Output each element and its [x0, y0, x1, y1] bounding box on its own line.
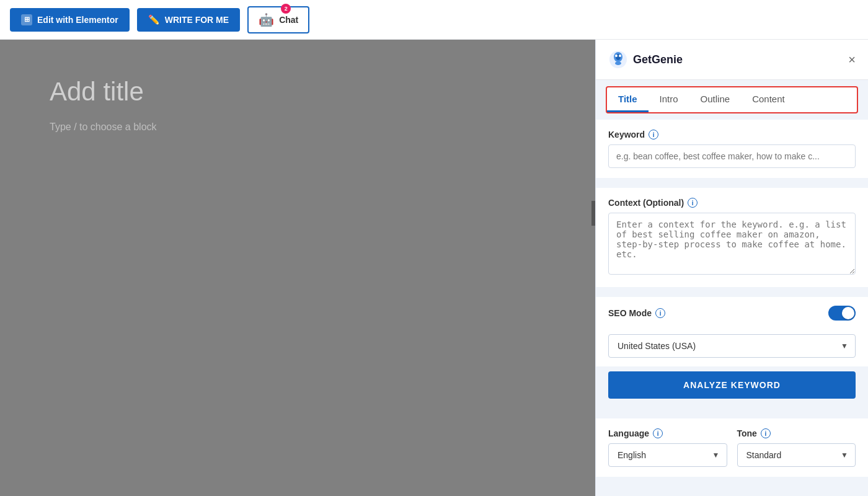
tab-content[interactable]: Content	[741, 87, 796, 112]
svg-point-5	[615, 61, 621, 65]
context-section: Context (Optional) i	[596, 188, 868, 287]
separator-3	[596, 409, 868, 414]
tab-intro[interactable]: Intro	[649, 87, 689, 112]
context-info-icon[interactable]: i	[688, 198, 698, 208]
write-for-me-button[interactable]: ✏️ WRITE FOR ME	[137, 8, 240, 32]
keyword-info-icon[interactable]: i	[649, 130, 658, 140]
keyword-section: Keyword i	[596, 120, 868, 178]
panel-logo: GetGenie	[608, 50, 683, 69]
toggle-knob	[842, 307, 854, 319]
language-tone-section: Language i English Spanish French German…	[596, 418, 868, 477]
tone-column: Tone i Standard Formal Casual Enthusiast…	[737, 428, 856, 467]
editor-title-placeholder: Add title	[50, 77, 546, 107]
close-icon: ×	[848, 53, 856, 66]
tab-outline[interactable]: Outline	[689, 87, 742, 112]
lang-tone-row: Language i English Spanish French German…	[608, 428, 856, 467]
tone-select[interactable]: Standard Formal Casual Enthusiastic Humo…	[737, 443, 856, 467]
keyword-input[interactable]	[608, 144, 856, 168]
seo-mode-toggle[interactable]	[828, 306, 856, 321]
chat-label: Chat	[279, 15, 298, 25]
context-textarea[interactable]	[608, 213, 856, 275]
editor-area[interactable]: Add title Type / to choose a block	[0, 40, 595, 496]
language-column: Language i English Spanish French German…	[608, 428, 727, 467]
panel-logo-text: GetGenie	[633, 53, 683, 66]
tone-label: Tone i	[737, 428, 856, 438]
seo-mode-label: SEO Mode i	[608, 308, 665, 318]
seo-mode-row: SEO Mode i	[596, 297, 868, 329]
analyze-keyword-button[interactable]: ANALYZE KEYWORD	[608, 371, 856, 399]
country-select-wrapper: United States (USA) United Kingdom (UK) …	[608, 334, 856, 358]
country-select-row: United States (USA) United Kingdom (UK) …	[596, 329, 868, 366]
context-label: Context (Optional) i	[608, 198, 856, 208]
write-for-me-label: WRITE FOR ME	[165, 15, 229, 25]
seo-mode-info-icon[interactable]: i	[655, 308, 665, 318]
separator-1	[596, 183, 868, 188]
chat-badge: 2	[281, 4, 291, 14]
right-panel: GetGenie × Title Intro Outline Content K…	[595, 40, 868, 496]
edit-elementor-button[interactable]: ⊞ Edit with Elementor	[10, 8, 130, 32]
tone-info-icon[interactable]: i	[761, 428, 771, 438]
main-area: Add title Type / to choose a block GetGe…	[0, 40, 868, 496]
getgenie-logo-icon	[608, 50, 628, 69]
language-select[interactable]: English Spanish French German Portuguese	[608, 443, 727, 467]
svg-point-3	[615, 55, 618, 57]
edit-elementor-label: Edit with Elementor	[37, 15, 118, 25]
editor-block-placeholder: Type / to choose a block	[50, 122, 546, 133]
tone-select-wrapper: Standard Formal Casual Enthusiastic Humo…	[737, 443, 856, 467]
svg-point-4	[619, 55, 621, 57]
editor-cursor	[591, 201, 595, 226]
write-icon: ✏️	[148, 14, 160, 25]
top-bar: ⊞ Edit with Elementor ✏️ WRITE FOR ME 2 …	[0, 0, 868, 40]
language-select-wrapper: English Spanish French German Portuguese…	[608, 443, 727, 467]
panel-header: GetGenie ×	[596, 40, 868, 80]
elementor-icon: ⊞	[21, 14, 32, 25]
chat-button[interactable]: 2 🤖 Chat	[247, 6, 309, 33]
tabs-container: Title Intro Outline Content	[606, 86, 858, 113]
tab-title[interactable]: Title	[607, 87, 649, 112]
keyword-label: Keyword i	[608, 130, 856, 140]
close-panel-button[interactable]: ×	[848, 53, 856, 66]
language-label: Language i	[608, 428, 727, 438]
country-select[interactable]: United States (USA) United Kingdom (UK) …	[608, 334, 856, 358]
chat-robot-icon: 🤖	[259, 12, 274, 27]
separator-2	[596, 292, 868, 297]
language-info-icon[interactable]: i	[653, 428, 663, 438]
